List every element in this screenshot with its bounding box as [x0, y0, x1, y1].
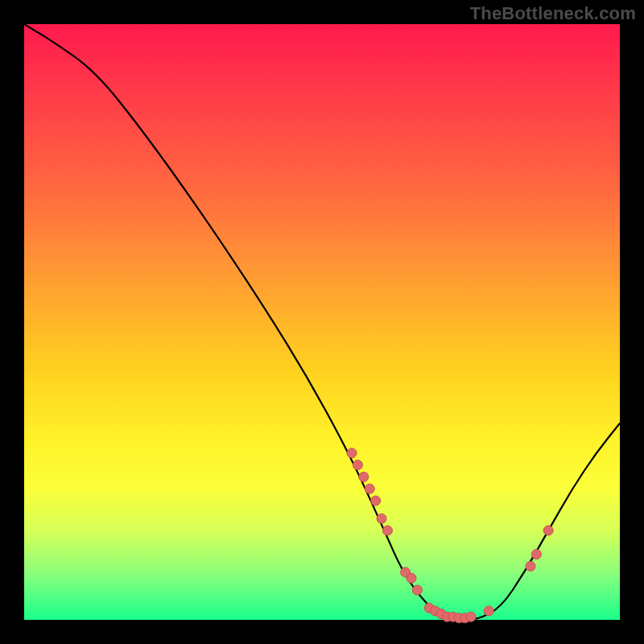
curve-markers [347, 448, 553, 623]
watermark-text: TheBottleneck.com [470, 3, 636, 24]
curve-marker [359, 472, 369, 481]
curve-marker [407, 573, 416, 583]
curve-marker [412, 585, 422, 595]
curve-marker [531, 550, 541, 559]
curve-marker [526, 561, 535, 571]
bottleneck-curve [24, 24, 620, 620]
curve-marker [484, 606, 493, 616]
plot-area [24, 24, 620, 620]
chart-frame: TheBottleneck.com [0, 0, 644, 644]
curve-marker [365, 484, 374, 493]
curve-marker [466, 612, 476, 621]
curve-marker [377, 514, 386, 523]
chart-overlay [24, 24, 620, 620]
curve-marker [382, 526, 392, 535]
curve-marker [353, 460, 362, 470]
curve-marker [347, 448, 357, 458]
curve-marker [371, 496, 381, 506]
curve-marker [543, 526, 553, 535]
